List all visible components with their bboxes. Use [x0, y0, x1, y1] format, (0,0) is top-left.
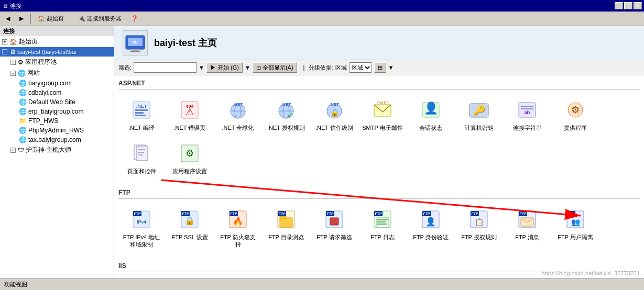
icon-net-auth[interactable]: .NET ✓ .NET 授权规则 — [263, 94, 309, 135]
section-ftp: FTP FTP IPv4 — [114, 185, 644, 258]
sidebar-item-site4[interactable]: 🌐 erp_baiyigroup.com — [0, 107, 114, 116]
svg-text:.NET: .NET — [281, 102, 291, 107]
icon-ftp-ip[interactable]: FTP IPv4 FTP IPv4 地址和域限制 — [118, 203, 165, 251]
group-select[interactable]: 区域 — [349, 62, 372, 73]
sidebar-item-home[interactable]: + 🏠 起始页 — [0, 36, 114, 47]
scroll-content[interactable]: ASP.NET .NET — [114, 75, 644, 274]
toolbar-separator — [30, 14, 31, 24]
connect-button[interactable]: 🔌 连接到服务器 — [74, 13, 125, 25]
expand-icon-apppool[interactable]: + — [10, 60, 16, 65]
site3-icon: 🌐 — [19, 98, 27, 106]
svg-rect-9 — [135, 109, 148, 111]
status-bar: 功能视图 — [0, 278, 644, 290]
icon-net-global[interactable]: .NET .NET 全球化 — [215, 94, 261, 135]
sidebar-item-huweis[interactable]: + 🛡 护卫神·主机大师 — [0, 144, 114, 155]
filter-start-button[interactable]: ▶ 开始 (G) — [206, 62, 243, 73]
sidebar-item-site3[interactable]: 🌐 Default Web Site — [0, 97, 114, 107]
icon-app-settings-label: 应用程序设置 — [172, 168, 207, 175]
show-all-button[interactable]: ⊡ 全部显示(A) — [253, 62, 297, 73]
svg-text:FTP: FTP — [182, 212, 189, 216]
svg-text:SMTP: SMTP — [377, 101, 388, 105]
expand-icon-huweis[interactable]: + — [10, 148, 16, 153]
icon-ftp-dir[interactable]: FTP FTP 目录浏览 — [263, 203, 309, 251]
section-ftp-title: FTP — [118, 187, 640, 199]
close-button[interactable]: ✕ — [634, 2, 642, 9]
icon-machine-key[interactable]: 🔑 计算机密钥 — [456, 94, 502, 135]
sidebar-site3-label: Default Web Site — [28, 98, 75, 106]
minimize-button[interactable]: _ — [615, 2, 623, 9]
sidebar-item-apppool[interactable]: + ⚙ 应用程序池 — [0, 57, 114, 68]
grid-arrow: ▼ — [388, 64, 394, 71]
svg-rect-3 — [130, 51, 140, 52]
grid-view-button[interactable]: ⊞ — [374, 62, 386, 73]
title-bar: 🖥 连接 _ □ ✕ — [0, 0, 644, 12]
icon-ftp-auth-label: FTP 身份验证 — [413, 234, 449, 241]
icon-ftp-user[interactable]: FTP 👥 FTP 用户隔离 — [552, 203, 598, 251]
icon-ftp-fw[interactable]: FTP 🔥 FTP 防火墙支持 — [215, 203, 261, 251]
icon-net-trust[interactable]: .NET 🔒 .NET 信任级别 — [311, 94, 357, 135]
sidebar-item-sites[interactable]: - 🌐 网站 — [0, 68, 114, 79]
svg-text:FTP: FTP — [567, 212, 575, 216]
sidebar-home-label: 起始页 — [19, 37, 38, 46]
icon-net-global-box: .NET — [225, 97, 250, 122]
site6-icon: 🌐 — [19, 127, 27, 134]
group-label: | — [303, 64, 305, 71]
icon-smtp[interactable]: SMTP SMTP 电子邮件 — [359, 94, 406, 135]
svg-rect-10 — [135, 112, 144, 114]
back-button[interactable]: ◀ — [2, 13, 14, 25]
icon-app-settings-box: ⚙ — [177, 141, 202, 166]
toolbar: ◀ ▶ 🏠 起始页 🔌 连接到服务器 ❓ — [0, 12, 644, 26]
home-button[interactable]: 🏠 起始页 — [34, 13, 68, 25]
expand-icon-sites[interactable]: - — [10, 71, 16, 76]
icon-ftp-dir-label: FTP 目录浏览 — [268, 234, 304, 241]
filter-sep: ▼ — [245, 64, 250, 71]
sidebar-item-server[interactable]: - 🖥 baiyi-test (baiyi-test\bai — [0, 47, 114, 57]
svg-text:⚙: ⚙ — [185, 148, 194, 159]
icon-smtp-label: SMTP 电子邮件 — [362, 125, 402, 131]
filter-arrow: ▼ — [199, 64, 204, 71]
icon-pages[interactable]: 页面和控件 — [118, 137, 165, 179]
icon-ftp-ip-box: FTP IPv4 — [129, 207, 154, 232]
sidebar-site7-label: tax.baiyigroup.com — [28, 136, 81, 143]
main-layout: 连接 + 🏠 起始页 - 🖥 baiyi-test (baiyi-test\ba… — [0, 26, 644, 278]
icon-ftp-ssl[interactable]: FTP 🔒 FTP SSL 设置 — [167, 203, 213, 251]
icon-ftp-authz[interactable]: FTP 📋 FTP 授权规则 — [456, 203, 502, 251]
sidebar-item-site7[interactable]: 🌐 tax.baiyigroup.com — [0, 135, 114, 144]
sidebar-item-site6[interactable]: 🌐 PhpMyAdmin_HWS — [0, 126, 114, 135]
sidebar-item-site2[interactable]: 🌐 cdbaiyi.com — [0, 88, 114, 97]
sidebar-item-site5[interactable]: 📁 FTP_HWS — [0, 116, 114, 126]
icon-net-trust-box: .NET 🔒 — [322, 97, 347, 122]
icon-ftp-authz-box: FTP 📋 — [466, 207, 492, 232]
icon-ftp-user-label: FTP 用户隔离 — [558, 234, 593, 241]
icon-provider[interactable]: ⚙ 提供程序 — [552, 94, 598, 135]
site2-icon: 🌐 — [19, 89, 27, 96]
sidebar-site4-label: erp_baiyigroup.com — [28, 108, 83, 115]
icon-ftp-msg[interactable]: FTP FTP 消息 — [504, 203, 550, 251]
filter-input[interactable] — [134, 62, 197, 73]
svg-text:FTP: FTP — [230, 212, 237, 216]
forward-button[interactable]: ▶ — [16, 13, 27, 25]
svg-text:IPv4: IPv4 — [137, 219, 146, 225]
maximize-button[interactable]: □ — [624, 2, 632, 9]
icon-net-compile[interactable]: .NET .NET 编译 — [118, 94, 165, 135]
svg-rect-40 — [136, 146, 148, 161]
icon-app-settings[interactable]: ⚙ 应用程序设置 — [167, 137, 213, 179]
sidebar: 连接 + 🏠 起始页 - 🖥 baiyi-test (baiyi-test\ba… — [0, 26, 114, 278]
svg-rect-72 — [377, 221, 386, 222]
server-icon: 🖥 — [9, 48, 16, 55]
svg-rect-36 — [521, 108, 533, 109]
icon-session[interactable]: 👤 会话状态 — [408, 94, 454, 135]
icon-ftp-auth[interactable]: FTP 👤 FTP 身份验证 — [408, 203, 454, 251]
icon-ftp-filter[interactable]: FTP FTP 请求筛选 — [311, 203, 357, 251]
expand-icon-server[interactable]: - — [2, 49, 7, 54]
icon-connection[interactable]: ab 连接字符串 — [504, 94, 550, 135]
expand-icon-home[interactable]: + — [2, 39, 7, 44]
icon-ftp-log[interactable]: FTP FTP 日志 — [359, 203, 406, 251]
icon-net-error[interactable]: 404 ⚠ .NET 错误页 — [167, 94, 213, 135]
svg-text:🔑: 🔑 — [473, 104, 486, 117]
icon-provider-label: 提供程序 — [564, 125, 587, 131]
site5-icon: 📁 — [19, 117, 27, 125]
help-button[interactable]: ❓ — [127, 13, 142, 25]
sidebar-item-site1[interactable]: 🌐 baryigroup.com — [0, 79, 114, 88]
start-icon: ▶ — [210, 64, 216, 71]
